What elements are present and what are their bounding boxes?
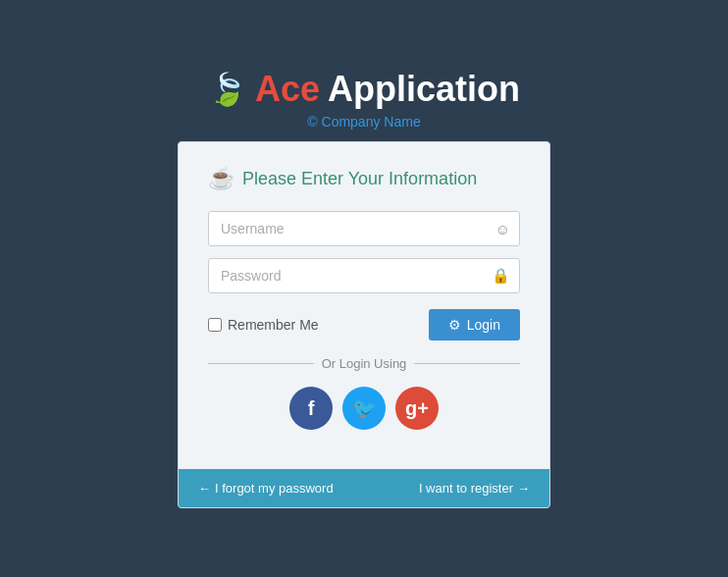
forgot-password-label: I forgot my password xyxy=(215,481,334,496)
twitter-icon: 🐦 xyxy=(352,396,377,420)
page-header: 🍃 Ace Application © Company Name xyxy=(208,69,520,130)
title-ace: Ace xyxy=(255,69,320,110)
card-footer: ← I forgot my password I want to registe… xyxy=(179,469,549,507)
card-body: ☕ Please Enter Your Information ☺ 🔒 Reme… xyxy=(179,142,549,469)
forgot-password-link[interactable]: ← I forgot my password xyxy=(198,481,334,496)
arrow-right-icon: → xyxy=(517,481,530,496)
login-card: ☕ Please Enter Your Information ☺ 🔒 Reme… xyxy=(178,141,550,508)
social-icons: f 🐦 g+ xyxy=(208,387,520,430)
user-icon: ☺ xyxy=(495,221,510,237)
or-divider: Or Login Using xyxy=(208,356,520,371)
company-name: © Company Name xyxy=(208,114,520,130)
lock-icon: 🔒 xyxy=(492,267,510,285)
cup-icon: ☕ xyxy=(208,166,234,191)
username-input[interactable] xyxy=(208,211,520,246)
facebook-button[interactable]: f xyxy=(289,387,333,430)
arrow-left-icon: ← xyxy=(198,481,211,496)
remember-me-checkbox[interactable] xyxy=(208,318,222,332)
google-button[interactable]: g+ xyxy=(395,387,439,430)
password-group: 🔒 xyxy=(208,258,520,293)
register-label: I want to register xyxy=(419,481,513,496)
twitter-button[interactable]: 🐦 xyxy=(342,387,386,430)
register-link[interactable]: I want to register → xyxy=(419,481,530,496)
login-button-label: Login xyxy=(467,317,500,333)
login-button[interactable]: ⚙ Login xyxy=(429,309,520,341)
leaf-icon: 🍃 xyxy=(208,71,247,108)
username-group: ☺ xyxy=(208,211,520,246)
remember-me-label[interactable]: Remember Me xyxy=(208,317,319,333)
actions-row: Remember Me ⚙ Login xyxy=(208,309,520,341)
google-icon: g+ xyxy=(405,397,429,420)
remember-me-text: Remember Me xyxy=(228,317,319,333)
facebook-icon: f xyxy=(308,397,315,420)
login-icon: ⚙ xyxy=(448,317,461,333)
form-heading: Please Enter Your Information xyxy=(242,169,477,189)
title-app: Application xyxy=(328,69,520,110)
app-title: 🍃 Ace Application xyxy=(208,69,520,110)
password-input[interactable] xyxy=(208,258,520,293)
card-header-row: ☕ Please Enter Your Information xyxy=(208,166,520,191)
or-divider-text: Or Login Using xyxy=(322,356,407,371)
